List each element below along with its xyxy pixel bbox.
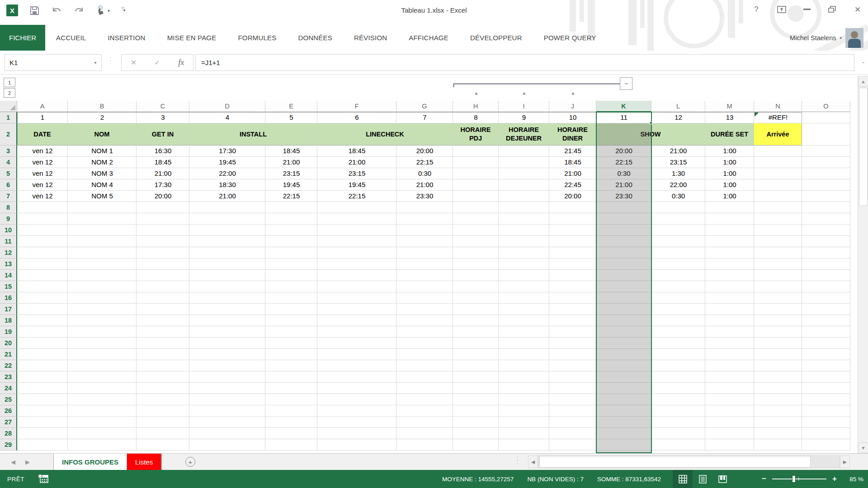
cell-G15[interactable] — [396, 281, 453, 292]
cell-B27[interactable] — [68, 417, 137, 428]
cell-O27[interactable] — [802, 417, 850, 428]
cell-value-F4[interactable]: 21:00 — [317, 157, 396, 168]
cell-value-G7[interactable]: 23:30 — [396, 191, 453, 202]
cell-L15[interactable] — [651, 281, 705, 292]
cell-I6[interactable] — [499, 179, 549, 191]
cell-E11[interactable] — [265, 236, 317, 247]
sheet-nav-left-icon[interactable]: ◀ — [11, 454, 15, 470]
cell-J29[interactable] — [549, 439, 596, 450]
cell-C11[interactable] — [137, 236, 189, 247]
cell-M11[interactable] — [705, 236, 754, 247]
cell-G26[interactable] — [396, 405, 453, 417]
column-header-O[interactable]: O — [802, 101, 850, 112]
cell-G24[interactable] — [396, 383, 453, 394]
sheet-tab-infos-groupes[interactable]: INFOS GROUPES — [53, 454, 127, 470]
touch-mode-icon[interactable]: ▾ — [96, 5, 110, 15]
cell-K19[interactable] — [596, 326, 651, 338]
row-header-14[interactable]: 14 — [0, 270, 17, 281]
cell-O3[interactable] — [802, 145, 850, 157]
expand-formula-bar-icon[interactable]: ⌄ — [861, 59, 865, 65]
cell-L11[interactable] — [651, 236, 705, 247]
cell-M23[interactable] — [705, 371, 754, 383]
cell-O26[interactable] — [802, 405, 850, 417]
account-area[interactable]: Michel Staelens ▾ — [790, 25, 863, 51]
cell-I19[interactable] — [499, 326, 549, 338]
header-cell-install[interactable]: INSTALL — [189, 123, 317, 145]
cell-N13[interactable] — [754, 258, 802, 270]
cell-I21[interactable] — [499, 349, 549, 360]
cell-value-C1[interactable]: 3 — [137, 112, 189, 123]
cell-J10[interactable] — [549, 225, 596, 236]
cell-I20[interactable] — [499, 338, 549, 349]
cell-value-J1[interactable]: 10 — [549, 112, 596, 123]
cell-I9[interactable] — [499, 213, 549, 225]
cell-B16[interactable] — [68, 292, 137, 304]
cell-C15[interactable] — [137, 281, 189, 292]
cell-K11[interactable] — [596, 236, 651, 247]
cell-H13[interactable] — [453, 258, 499, 270]
cell-F20[interactable] — [317, 338, 396, 349]
cell-D10[interactable] — [189, 225, 265, 236]
cell-A25[interactable] — [17, 394, 68, 405]
cell-C19[interactable] — [137, 326, 189, 338]
formula-input[interactable]: =J1+1 — [195, 54, 854, 71]
cell-F23[interactable] — [317, 371, 396, 383]
cell-A22[interactable] — [17, 360, 68, 371]
cell-L9[interactable] — [651, 213, 705, 225]
cell-I28[interactable] — [499, 428, 549, 439]
cell-L10[interactable] — [651, 225, 705, 236]
cell-I12[interactable] — [499, 247, 549, 258]
help-button[interactable]: ? — [750, 4, 763, 15]
row-header-22[interactable]: 22 — [0, 360, 17, 371]
cell-value-I1[interactable]: 9 — [499, 112, 549, 123]
cell-M12[interactable] — [705, 247, 754, 258]
cell-N16[interactable] — [754, 292, 802, 304]
cell-O13[interactable] — [802, 258, 850, 270]
cell-E10[interactable] — [265, 225, 317, 236]
cell-E20[interactable] — [265, 338, 317, 349]
cell-B15[interactable] — [68, 281, 137, 292]
cell-A14[interactable] — [17, 270, 68, 281]
view-normal-icon[interactable] — [673, 470, 693, 488]
touch-mode-caret[interactable]: ▾ — [108, 8, 110, 13]
cell-N23[interactable] — [754, 371, 802, 383]
cell-A12[interactable] — [17, 247, 68, 258]
cell-A8[interactable] — [17, 202, 68, 213]
cell-H29[interactable] — [453, 439, 499, 450]
cell-value-C6[interactable]: 17:30 — [137, 179, 189, 191]
cell-value-G5[interactable]: 0:30 — [396, 168, 453, 179]
column-header-G[interactable]: G — [396, 101, 453, 112]
cell-L13[interactable] — [651, 258, 705, 270]
cell-G10[interactable] — [396, 225, 453, 236]
cell-M13[interactable] — [705, 258, 754, 270]
outline-level-2[interactable]: 2 — [4, 88, 15, 98]
cell-H26[interactable] — [453, 405, 499, 417]
cell-M14[interactable] — [705, 270, 754, 281]
cell-F16[interactable] — [317, 292, 396, 304]
cell-H16[interactable] — [453, 292, 499, 304]
cell-value-F6[interactable]: 19:45 — [317, 179, 396, 191]
cell-F10[interactable] — [317, 225, 396, 236]
cell-E24[interactable] — [265, 383, 317, 394]
cell-N5[interactable] — [754, 168, 802, 179]
cell-B28[interactable] — [68, 428, 137, 439]
cell-O19[interactable] — [802, 326, 850, 338]
cell-J21[interactable] — [549, 349, 596, 360]
cell-H17[interactable] — [453, 304, 499, 315]
cell-value-F3[interactable]: 18:45 — [317, 145, 396, 157]
cell-F15[interactable] — [317, 281, 396, 292]
cell-E18[interactable] — [265, 315, 317, 326]
cell-F14[interactable] — [317, 270, 396, 281]
cell-M19[interactable] — [705, 326, 754, 338]
cell-B18[interactable] — [68, 315, 137, 326]
cell-C22[interactable] — [137, 360, 189, 371]
cell-O18[interactable] — [802, 315, 850, 326]
cell-value-B7[interactable]: NOM 5 — [68, 191, 137, 202]
cell-value-K5[interactable]: 0:30 — [596, 168, 651, 179]
cell-I13[interactable] — [499, 258, 549, 270]
cell-G13[interactable] — [396, 258, 453, 270]
horizontal-scrollbar[interactable] — [538, 455, 840, 468]
cell-value-L3[interactable]: 21:00 — [651, 145, 705, 157]
cell-K13[interactable] — [596, 258, 651, 270]
cell-A20[interactable] — [17, 338, 68, 349]
